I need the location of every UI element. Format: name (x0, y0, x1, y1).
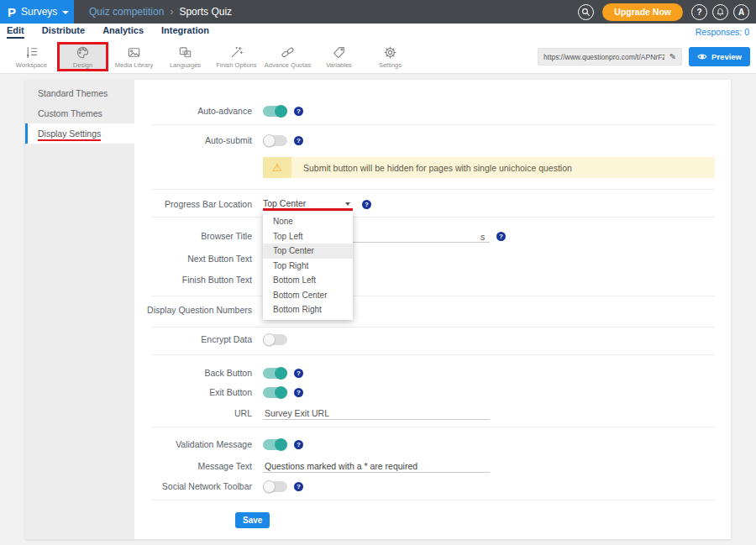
menu-option-none[interactable]: None (263, 214, 353, 229)
browser-title-row: Browser Title s ? (134, 228, 731, 244)
upgrade-now-button[interactable]: Upgrade Now (602, 3, 683, 21)
tab-edit[interactable]: Edit (7, 25, 24, 39)
encrypt-data-toggle[interactable] (263, 334, 287, 345)
message-text-input[interactable] (263, 460, 490, 473)
save-button[interactable]: Save (235, 512, 270, 528)
question-mark-icon: ? (696, 8, 701, 17)
survey-url-input[interactable] (538, 53, 668, 61)
progress-bar-location-menu: None Top Left Top Center Top Right Botto… (263, 212, 353, 320)
display-question-numbers-row: Display Question Numbers (134, 302, 731, 317)
sidebar-item-standard-themes[interactable]: Standard Themes (25, 83, 134, 103)
message-text-row: Message Text (134, 459, 731, 474)
auto-advance-label: Auto-advance (134, 106, 263, 116)
help-button[interactable]: ? (691, 4, 707, 20)
notifications-button[interactable] (712, 4, 728, 20)
preview-label: Preview (711, 52, 742, 61)
validation-message-toggle[interactable] (263, 439, 287, 450)
auto-advance-toggle[interactable] (263, 106, 287, 117)
toolbar-finish-options[interactable]: Finish Options (211, 42, 262, 71)
validation-message-row: Validation Message ? (134, 437, 731, 452)
progress-bar-help-icon[interactable]: ? (362, 200, 371, 209)
sidebar-item-label: Custom Themes (38, 108, 102, 118)
translate-icon: xA (178, 45, 192, 60)
exit-button-help-icon[interactable]: ? (294, 388, 303, 397)
breadcrumb-folder[interactable]: Quiz competition (89, 6, 164, 18)
top-bar: P Surveys Quiz competition › Sports Quiz… (0, 0, 756, 24)
validation-message-help-icon[interactable]: ? (294, 440, 303, 449)
edit-url-pencil-icon[interactable]: ✎ (668, 52, 681, 61)
sidebar-item-label: Standard Themes (38, 88, 108, 98)
menu-option-top-right[interactable]: Top Right (263, 259, 353, 274)
toolbar-label: Workspace (16, 61, 47, 69)
surveys-menu[interactable]: P Surveys (0, 0, 74, 24)
palette-icon (76, 45, 90, 60)
social-network-toolbar-row: Social Network Toolbar ? (134, 479, 731, 494)
tab-integration[interactable]: Integration (161, 25, 209, 39)
edit-toolbar: Workspace Design Media Library xA Langua… (0, 40, 756, 74)
toolbar-settings[interactable]: Settings (365, 42, 416, 71)
toolbar-variables[interactable]: Variables (313, 42, 365, 71)
social-network-toolbar-toggle[interactable] (263, 481, 287, 492)
toolbar-media-library[interactable]: Media Library (108, 42, 160, 71)
exit-url-row: URL (134, 406, 731, 421)
finish-button-text-row: Finish Button Text (134, 272, 731, 287)
exit-button-toggle[interactable] (263, 387, 287, 398)
gear-icon (383, 45, 397, 60)
sidebar-item-display-settings[interactable]: Display Settings (25, 123, 134, 144)
preview-button[interactable]: Preview (689, 47, 750, 66)
toolbar-design[interactable]: Design (57, 42, 108, 71)
magic-wand-icon (229, 45, 244, 60)
survey-url-box: ✎ (538, 48, 682, 66)
warning-triangle-icon: ⚠ (272, 161, 282, 174)
avatar-initial: A (738, 8, 744, 17)
breadcrumb: Quiz competition › Sports Quiz (89, 6, 232, 18)
back-button-toggle[interactable] (263, 368, 287, 379)
bell-icon (716, 8, 725, 17)
tab-distribute[interactable]: Distribute (42, 25, 85, 39)
account-avatar[interactable]: A (733, 4, 749, 20)
responses-count[interactable]: Responses: 0 (696, 27, 756, 37)
browser-title-help-icon[interactable]: ? (496, 232, 506, 241)
toolbar-advance-quotas[interactable]: Advance Quotas (262, 42, 313, 71)
browser-title-label: Browser Title (134, 231, 263, 241)
breadcrumb-survey-title: Sports Quiz (179, 6, 232, 18)
display-settings-form: Auto-advance ? Auto-submit ? ⚠ Submit bu… (134, 80, 731, 539)
menu-option-top-left[interactable]: Top Left (263, 229, 353, 244)
toolbar-languages[interactable]: xA Languages (160, 42, 211, 71)
menu-option-bottom-center[interactable]: Bottom Center (263, 288, 353, 303)
message-text-label: Message Text (134, 461, 263, 471)
chevron-down-icon (62, 11, 69, 14)
auto-submit-label: Auto-submit (134, 135, 263, 145)
breadcrumb-separator-icon: › (170, 6, 173, 18)
toolbar-workspace[interactable]: Workspace (6, 42, 57, 71)
auto-submit-toggle[interactable] (263, 135, 287, 146)
back-button-label: Back Button (134, 368, 263, 378)
toolbar-label: Variables (326, 61, 352, 69)
sidebar-item-custom-themes[interactable]: Custom Themes (25, 103, 134, 123)
exit-button-row: Exit Button ? (134, 385, 731, 400)
auto-submit-row: Auto-submit ? (134, 133, 731, 148)
encrypt-data-row: Encrypt Data (134, 332, 731, 347)
back-button-help-icon[interactable]: ? (294, 369, 303, 378)
validation-message-label: Validation Message (134, 439, 263, 449)
auto-advance-help-icon[interactable]: ? (294, 107, 303, 116)
exit-url-input[interactable] (263, 407, 490, 420)
auto-submit-help-icon[interactable]: ? (294, 136, 303, 145)
search-icon (581, 8, 591, 17)
browser-title-value-fragment: s (480, 232, 485, 242)
toolbar-label: Design (73, 61, 92, 69)
search-button[interactable] (578, 4, 594, 20)
progress-bar-location-select[interactable]: Top Center (263, 197, 353, 211)
display-question-numbers-label: Display Question Numbers (134, 305, 263, 315)
exit-button-label: Exit Button (134, 387, 263, 397)
social-network-toolbar-label: Social Network Toolbar (134, 481, 263, 491)
menu-option-bottom-right[interactable]: Bottom Right (263, 302, 353, 317)
svg-text:A: A (186, 51, 189, 56)
tab-analytics[interactable]: Analytics (102, 25, 144, 39)
menu-option-top-center[interactable]: Top Center (263, 244, 353, 259)
toolbar-label: Media Library (115, 61, 153, 69)
social-network-toolbar-help-icon[interactable]: ? (294, 482, 303, 491)
finish-button-text-label: Finish Button Text (134, 275, 263, 285)
questionpro-logo: P (8, 5, 16, 19)
menu-option-bottom-left[interactable]: Bottom Left (263, 273, 353, 288)
